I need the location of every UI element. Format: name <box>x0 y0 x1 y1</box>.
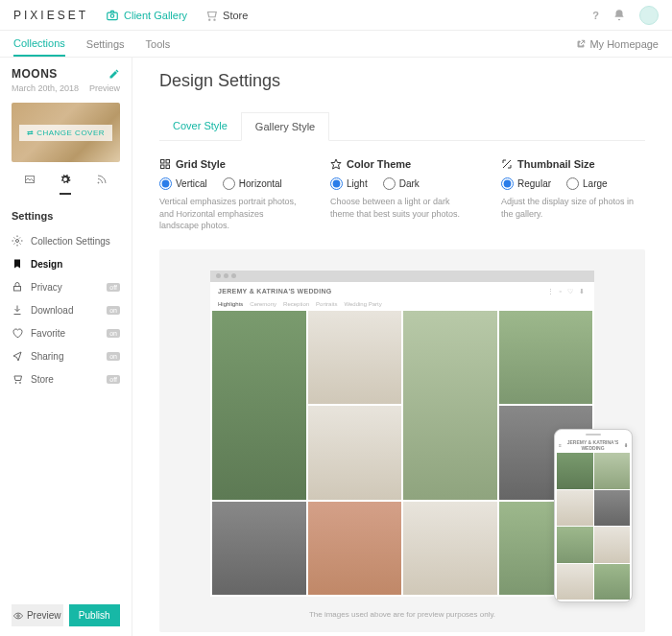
my-homepage-label: My Homepage <box>589 38 659 50</box>
phone-photo <box>594 564 631 601</box>
browser-mockup: JEREMY & KATRINA'S WEDDING ⋮ ▫ ♡ ⬇ Highl… <box>210 271 594 598</box>
preview-photo <box>499 311 593 405</box>
svg-rect-7 <box>14 287 21 292</box>
badge: off <box>107 375 120 384</box>
radio-dark[interactable]: Dark <box>383 177 420 190</box>
radio-large[interactable]: Large <box>566 177 608 190</box>
subtab-cover-style[interactable]: Cover Style <box>159 112 241 140</box>
sidebar: MOONS March 20th, 2018 Preview ⇄ CHANGE … <box>0 58 132 636</box>
option-thumbnail-size: Thumbnail Size Regular Large Adjust the … <box>501 158 645 232</box>
page-title: Design Settings <box>159 71 645 91</box>
svg-point-1 <box>110 13 114 16</box>
gear-icon[interactable] <box>60 174 71 195</box>
nav-client-gallery-label: Client Gallery <box>124 10 187 21</box>
svg-point-6 <box>16 240 19 243</box>
grid-icon <box>159 158 171 170</box>
phone-photo <box>594 527 631 563</box>
star-icon <box>330 158 342 170</box>
thumb-desc: Adjust the display size of photos in the… <box>501 196 645 220</box>
bell-icon[interactable] <box>612 9 626 22</box>
svg-point-5 <box>98 182 99 183</box>
main-content: Design Settings Cover Style Gallery Styl… <box>132 58 672 636</box>
radio-light[interactable]: Light <box>330 177 368 190</box>
sidebar-item-download[interactable]: Downloadon <box>12 298 120 321</box>
cart-small-icon <box>12 373 23 385</box>
preview-photo <box>308 406 402 500</box>
sidebar-item-design[interactable]: Design <box>12 252 120 275</box>
tab-tools[interactable]: Tools <box>146 38 171 50</box>
preview-photo <box>308 502 402 596</box>
gallery-preview: JEREMY & KATRINA'S WEDDING ⋮ ▫ ♡ ⬇ Highl… <box>159 249 645 633</box>
lock-icon <box>12 281 23 293</box>
phone-photo <box>557 564 593 601</box>
gear-outline-icon <box>12 235 23 247</box>
preview-photo <box>308 311 402 405</box>
badge: on <box>107 352 120 361</box>
preview-photo <box>403 502 497 596</box>
badge: on <box>107 306 120 315</box>
svg-rect-14 <box>166 165 170 169</box>
photos-icon[interactable] <box>24 174 36 189</box>
phone-mockup: ≡JEREMY & KATRINA'S WEDDING⬇ <box>554 429 633 602</box>
radio-horizontal[interactable]: Horizontal <box>223 177 282 190</box>
my-homepage-link[interactable]: My Homepage <box>576 38 659 50</box>
color-desc: Choose between a light or dark theme tha… <box>330 196 474 220</box>
tab-bar: Collections Settings Tools My Homepage <box>0 31 672 58</box>
cart-icon <box>204 9 218 22</box>
publish-button[interactable]: Publish <box>69 604 121 626</box>
subtabs: Cover Style Gallery Style <box>159 112 645 141</box>
preview-button[interactable]: Preview <box>12 604 63 626</box>
phone-photo <box>594 453 631 489</box>
download-icon <box>12 304 23 316</box>
svg-point-2 <box>209 19 210 20</box>
tab-settings[interactable]: Settings <box>86 38 125 50</box>
option-grid-style: Grid Style Vertical Horizontal Vertical … <box>159 158 303 232</box>
collection-title: MOONS <box>12 67 58 81</box>
svg-rect-0 <box>108 12 118 20</box>
radio-vertical[interactable]: Vertical <box>159 177 207 190</box>
phone-photo <box>557 490 593 527</box>
sidebar-item-collection-settings[interactable]: Collection Settings <box>12 229 120 252</box>
heart-icon <box>12 327 23 339</box>
phone-photo <box>557 453 593 489</box>
sidebar-item-store[interactable]: Storeoff <box>12 367 120 390</box>
preview-site-title: JEREMY & KATRINA'S WEDDING <box>218 288 332 294</box>
svg-point-8 <box>15 383 16 384</box>
camera-icon <box>106 9 119 22</box>
radio-regular[interactable]: Regular <box>501 177 551 190</box>
top-bar: PIXIESET Client Gallery Store ? <box>0 0 672 31</box>
nav-store-label: Store <box>223 10 248 21</box>
svg-point-9 <box>20 383 21 384</box>
sidebar-section-title: Settings <box>12 210 120 222</box>
preview-photo <box>212 311 306 500</box>
phone-photo <box>557 527 593 563</box>
change-cover-button[interactable]: ⇄ CHANGE COVER <box>19 125 112 141</box>
eye-icon <box>13 611 23 621</box>
sidebar-item-sharing[interactable]: Sharingon <box>12 344 120 367</box>
svg-point-3 <box>214 19 215 20</box>
badge: off <box>107 283 120 292</box>
brand-logo[interactable]: PIXIESET <box>13 9 88 22</box>
sidebar-item-privacy[interactable]: Privacyoff <box>12 275 120 298</box>
svg-rect-12 <box>166 160 170 164</box>
collection-preview-link[interactable]: Preview <box>89 83 120 93</box>
phone-photo <box>594 490 631 527</box>
option-color-theme: Color Theme Light Dark Choose between a … <box>330 158 474 232</box>
help-icon[interactable]: ? <box>592 10 599 21</box>
nav-store[interactable]: Store <box>204 9 248 22</box>
tab-collections[interactable]: Collections <box>13 37 65 57</box>
share-icon <box>12 350 23 362</box>
avatar[interactable] <box>639 6 659 25</box>
external-link-icon <box>576 39 586 49</box>
expand-icon <box>501 158 513 170</box>
svg-rect-13 <box>161 165 165 169</box>
sidebar-item-favorite[interactable]: Favoriteon <box>12 321 120 344</box>
nav-client-gallery[interactable]: Client Gallery <box>106 9 187 22</box>
rss-icon[interactable] <box>96 174 108 189</box>
cover-image: ⇄ CHANGE COVER <box>12 103 120 162</box>
bookmark-icon <box>12 258 23 270</box>
pencil-icon[interactable] <box>108 68 120 80</box>
subtab-gallery-style[interactable]: Gallery Style <box>241 112 329 141</box>
badge: on <box>107 329 120 338</box>
svg-rect-11 <box>161 160 165 164</box>
